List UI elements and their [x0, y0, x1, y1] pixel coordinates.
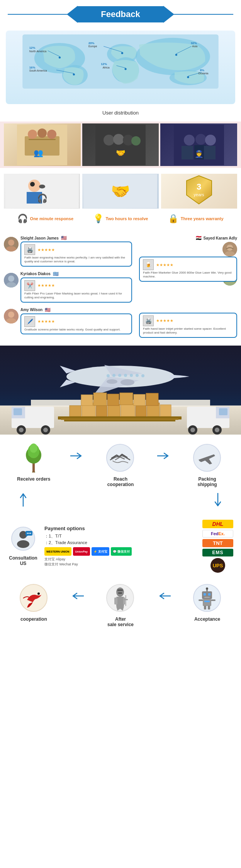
- svg-point-137: [27, 533, 28, 534]
- svg-rect-116: [120, 393, 133, 405]
- svg-rect-108: [108, 404, 120, 416]
- svg-text:years: years: [193, 192, 204, 197]
- service-item-1: 🎧 One minute response: [8, 214, 83, 224]
- svg-point-56: [39, 185, 45, 188]
- service-item-3: 🔒 Three years warranty: [158, 214, 233, 224]
- photo-1: 👥: [4, 123, 81, 166]
- fedex-logo: FedEx.: [202, 530, 233, 538]
- service-img-1: 🎧: [4, 174, 80, 209]
- down-arrow-icon: [214, 493, 222, 507]
- svg-rect-50: [204, 146, 216, 159]
- arrow-left-icon-1: [70, 592, 84, 600]
- review-bubble-1: 🖨️ ★★★★★ Faith laser engraving machine w…: [20, 241, 132, 267]
- svg-point-40: [113, 134, 124, 145]
- service-section: 🎧 🤝: [0, 170, 241, 229]
- process-item-receive: Receive orders: [10, 442, 57, 482]
- svg-rect-147: [117, 589, 123, 591]
- svg-rect-161: [211, 599, 216, 601]
- svg-rect-48: [182, 146, 193, 159]
- payment-logos: WESTERN UNION UnionPay ⚡支付宝 💬微信支付: [44, 547, 197, 556]
- svg-text:3: 3: [197, 182, 201, 192]
- reviewer-flag-2: 🇬🇷: [53, 271, 59, 277]
- review-stars-1: ★★★★★: [37, 248, 55, 252]
- service-images-row: 🎧 🤝: [4, 174, 237, 209]
- tnt-logo: TNT: [202, 539, 233, 547]
- svg-rect-149: [125, 595, 126, 606]
- label-packing: Packing shipping: [198, 476, 217, 487]
- svg-text:🤝: 🤝: [111, 182, 130, 200]
- left-arrow-deco: [67, 6, 78, 23]
- svg-point-69: [8, 312, 14, 318]
- svg-text:12%: 12%: [29, 46, 36, 50]
- bulb-icon: 💡: [93, 214, 104, 224]
- photo-gallery: 👥 🤝 👮: [0, 122, 241, 168]
- svg-point-127: [28, 452, 32, 456]
- review-text-4: Faith Fiber Marketer Glue 2000 800w Glue…: [143, 271, 233, 279]
- service-label-2: Two hours to resolve: [106, 216, 148, 221]
- avatar-3: [4, 309, 19, 324]
- service-img-2: 🤝: [82, 174, 158, 209]
- svg-point-7: [59, 56, 61, 58]
- review-stars-3: ★★★★★: [37, 319, 55, 324]
- reviews-left-col: Sleight Jason James 🇺🇸 🖨️ ★★★★★ Faith la…: [4, 235, 132, 336]
- reviewer-name-1: Sleight Jason James: [20, 236, 59, 240]
- headset-icon: 🎧: [17, 214, 28, 224]
- svg-point-130: [34, 448, 37, 451]
- svg-point-27: [187, 76, 189, 78]
- svg-point-23: [125, 68, 127, 70]
- review-bubble-2: ✂️ ★★★★★ Faith Fiber Pro Laser Fiber Mar…: [20, 277, 132, 303]
- review-bubble-5: 🖨️ ★★★★★ Faith hand laser inkjet printer…: [139, 313, 237, 338]
- label-cooperation-bottom: cooperation: [20, 616, 47, 622]
- svg-text:Asia: Asia: [192, 45, 198, 48]
- label-receive-orders: Receive orders: [17, 476, 50, 482]
- svg-point-47: [205, 135, 216, 146]
- svg-rect-110: [136, 406, 146, 416]
- svg-rect-117: [134, 394, 145, 406]
- bird-icon: [19, 584, 48, 613]
- service-label-3: Three years warranty: [181, 216, 224, 221]
- svg-point-19: [73, 74, 75, 75]
- reviews-section: Sleight Jason James 🇺🇸 🖨️ ★★★★★ Faith la…: [0, 229, 241, 346]
- robot-icon-box: [192, 582, 223, 613]
- arrow-3: [70, 582, 84, 600]
- payment-options-box: Payment options ：1、T/T ：2、Trade Assuranc…: [41, 524, 200, 569]
- svg-text:20%: 20%: [88, 41, 95, 45]
- svg-text:Oceania: Oceania: [198, 72, 208, 75]
- label-aftersale: After sale service: [107, 616, 134, 627]
- header-banner: Feedback: [8, 6, 233, 23]
- svg-point-84: [124, 374, 127, 377]
- reviewer-flag-4: 🇪🇬: [196, 235, 202, 241]
- photo-2-placeholder: 🤝: [82, 123, 159, 166]
- knight-icon: [106, 584, 135, 613]
- svg-text:👥: 👥: [34, 148, 43, 158]
- reviewer-name-row-2: Kyriakos Diakos 🇬🇷: [20, 271, 132, 277]
- payment-title: Payment options: [44, 526, 197, 531]
- reviewer-name-2: Kyriakos Diakos: [20, 272, 51, 276]
- vertical-arrows-row: [4, 493, 237, 510]
- review-row-2: Kyriakos Diakos 🇬🇷 ✂️ ★★★★★ Faith Fiber …: [4, 271, 132, 304]
- svg-rect-114: [93, 393, 107, 406]
- svg-point-101: [190, 428, 195, 432]
- svg-point-53: [28, 180, 41, 192]
- robot-icon: [193, 584, 222, 613]
- label-cooperation: Reach cooperation: [107, 476, 134, 487]
- review-row-4: 🇪🇬 Sayed Karam Adly: [139, 235, 237, 257]
- svg-point-157: [206, 587, 208, 590]
- svg-point-34: [37, 128, 47, 138]
- svg-rect-120: [61, 418, 178, 420]
- label-acceptance: Acceptance: [194, 616, 220, 622]
- svg-point-86: [112, 374, 115, 377]
- reviewer-flag-3: 🇺🇸: [45, 307, 51, 313]
- review-stars-2: ★★★★★: [37, 283, 55, 288]
- svg-point-55: [30, 182, 35, 187]
- right-review-bubbles: 🍺 ★★★★★ Faith Fiber Marketer Glue 2000 8…: [139, 257, 237, 339]
- bird-icon-box: [18, 582, 49, 613]
- consultation-icon: [11, 526, 36, 551]
- svg-text:👮: 👮: [195, 150, 204, 158]
- service-icons-row: 🎧 One minute response 💡 Two hours to res…: [4, 212, 237, 226]
- knight-icon-box: [105, 582, 136, 613]
- svg-rect-160: [199, 599, 203, 601]
- header-section: Feedback: [0, 0, 241, 27]
- svg-point-46: [195, 134, 206, 145]
- svg-point-129: [31, 449, 34, 452]
